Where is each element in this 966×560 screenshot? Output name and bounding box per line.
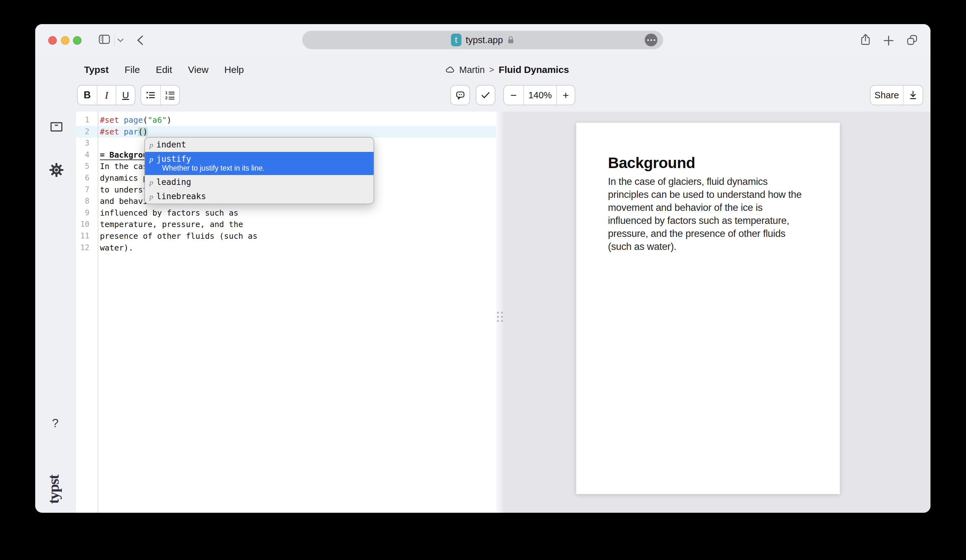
svg-text:1: 1 [165, 91, 168, 95]
titlebar-divider [114, 34, 115, 46]
code-editor[interactable]: #set page("a6")1#set par()23= Background… [76, 112, 496, 513]
comment-button[interactable] [451, 85, 469, 105]
code-line-2[interactable]: #set par() [76, 126, 496, 138]
pdf-preview-pane[interactable]: Background In the case of glaciers, flui… [503, 112, 930, 513]
line-number: 5 [76, 161, 89, 172]
autocomplete-label: indent [156, 140, 186, 149]
download-icon [908, 90, 918, 100]
autocomplete-item-justify[interactable]: pjustifyWhether to justify text in its l… [145, 152, 374, 175]
autocomplete-label: linebreaks [156, 192, 206, 201]
minimize-window-button[interactable] [61, 36, 69, 45]
autocomplete-item-linebreaks[interactable]: plinebreaks [145, 189, 374, 204]
menu-item-help[interactable]: Help [224, 64, 244, 75]
document-body-line: In the case of glaciers, fluid dynamics [608, 175, 808, 188]
code-line-11[interactable]: presence of other fluids (such as [76, 230, 496, 242]
document-body-line: influenced by factors such as temperatur… [608, 214, 808, 227]
code-line-12[interactable]: water). [76, 242, 496, 254]
compile-check-button[interactable] [476, 85, 495, 105]
typst-logo: typst [45, 455, 62, 504]
settings-gear-icon[interactable] [49, 163, 64, 177]
cloud-icon [445, 66, 455, 73]
share-page-icon[interactable] [860, 33, 871, 46]
check-group [476, 85, 495, 105]
autocomplete-item-leading[interactable]: pleading [145, 175, 374, 189]
underline-button[interactable]: U [116, 85, 135, 105]
autocomplete-item-indent[interactable]: pindent [145, 138, 374, 152]
menu-item-view[interactable]: View [188, 64, 209, 75]
document-heading: Background [608, 154, 808, 172]
zoom-out-button[interactable]: − [504, 85, 523, 105]
numbered-list-icon: 1 2 [165, 91, 175, 100]
lock-icon [507, 35, 514, 45]
zoom-level-value[interactable]: 140% [523, 85, 556, 105]
line-number: 1 [76, 114, 89, 126]
autocomplete-popup: pindentpjustifyWhether to justify text i… [144, 137, 374, 204]
param-type-icon: p [150, 141, 153, 149]
code-token: () [138, 127, 148, 136]
document-body-line: pressure, and the presence of other flui… [608, 227, 808, 240]
line-number: 2 [76, 126, 89, 138]
share-button[interactable]: Share [871, 85, 903, 105]
help-button[interactable]: ? [52, 417, 59, 430]
line-number: 7 [76, 184, 89, 195]
param-type-icon: p [150, 155, 153, 164]
breadcrumb-workspace[interactable]: Martin [459, 65, 485, 75]
autocomplete-label: leading [156, 177, 191, 187]
code-token: "a6" [148, 115, 167, 125]
sidebar-toggle-icon[interactable] [98, 34, 110, 44]
menu-item-file[interactable]: File [125, 64, 140, 75]
bold-button[interactable]: B [78, 85, 97, 105]
checkmark-icon [480, 91, 491, 100]
comment-group [450, 85, 470, 105]
code-token [119, 127, 124, 136]
autocomplete-label: justify [156, 154, 191, 164]
code-line-9[interactable]: influenced by factors such as [76, 207, 496, 219]
menu-item-edit[interactable]: Edit [156, 64, 172, 75]
panel-splitter[interactable] [496, 112, 503, 513]
line-number: 9 [76, 207, 89, 219]
close-window-button[interactable] [48, 36, 57, 45]
share-group: Share [870, 85, 923, 105]
line-number: 3 [76, 137, 89, 149]
zoom-in-button[interactable]: + [556, 85, 575, 105]
document-body-line: movement and behavior of the ice is [608, 201, 808, 214]
code-token: ) [167, 115, 172, 125]
code-token: temperature, pressure, and the [100, 220, 243, 229]
line-number: 4 [76, 149, 89, 161]
param-type-icon: p [150, 178, 153, 187]
drag-handle-icon[interactable] [497, 312, 503, 322]
code-token: water). [100, 243, 133, 253]
back-button-icon[interactable] [136, 35, 144, 46]
page-settings-ellipsis-icon[interactable] [645, 34, 657, 46]
list-style-group: 1 2 [141, 85, 180, 105]
code-token: influenced by factors such as [100, 209, 238, 218]
zoom-window-button[interactable] [73, 36, 82, 45]
tab-overview-icon[interactable] [906, 34, 918, 46]
breadcrumb-chevron: > [490, 65, 495, 75]
code-line-1[interactable]: #set page("a6") [76, 114, 496, 126]
chevron-down-icon[interactable] [117, 38, 124, 43]
browser-window: t typst.app [35, 24, 930, 513]
autocomplete-description: Whether to justify text in its line. [162, 164, 369, 172]
code-token: presence of other fluids (such as [100, 232, 258, 241]
browser-titlebar: t typst.app [35, 24, 930, 54]
line-number: 11 [76, 230, 89, 242]
bullet-list-icon [146, 91, 155, 100]
numbered-list-button[interactable]: 1 2 [160, 85, 179, 105]
bullet-list-button[interactable] [141, 85, 160, 105]
app-menubar: TypstFileEditViewHelp [84, 54, 244, 85]
line-number: 10 [76, 218, 89, 230]
code-token: par [124, 127, 138, 136]
document-title[interactable]: Fluid Dynamics [499, 64, 569, 75]
code-line-10[interactable]: temperature, pressure, and the [76, 218, 496, 230]
italic-button[interactable]: I [97, 85, 116, 105]
url-bar[interactable]: t typst.app [302, 31, 663, 49]
document-body: In the case of glaciers, fluid dynamicsp… [608, 175, 808, 253]
new-tab-plus-icon[interactable] [883, 35, 894, 46]
code-token: #set [100, 127, 119, 136]
menu-item-typst[interactable]: Typst [84, 64, 109, 75]
document-body-line: principles can be used to understand how… [608, 188, 808, 201]
files-box-icon[interactable] [50, 121, 63, 133]
url-host-text: typst.app [465, 35, 503, 45]
download-button[interactable] [903, 85, 923, 105]
